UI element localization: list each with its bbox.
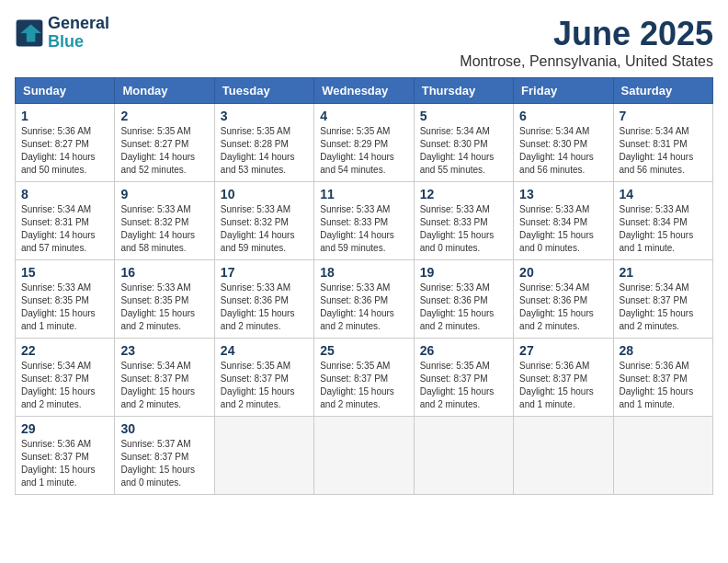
calendar-cell: 10Sunrise: 5:33 AM Sunset: 8:32 PM Dayli… [214, 182, 313, 260]
day-number: 10 [221, 187, 308, 201]
day-info: Sunrise: 5:33 AM Sunset: 8:36 PM Dayligh… [221, 282, 308, 333]
day-number: 11 [320, 187, 407, 201]
calendar-cell: 24Sunrise: 5:35 AM Sunset: 8:37 PM Dayli… [214, 339, 313, 417]
day-info: Sunrise: 5:35 AM Sunset: 8:37 PM Dayligh… [221, 360, 308, 411]
day-info: Sunrise: 5:33 AM Sunset: 8:34 PM Dayligh… [620, 203, 707, 255]
day-info: Sunrise: 5:35 AM Sunset: 8:27 PM Dayligh… [120, 125, 208, 177]
day-info: Sunrise: 5:35 AM Sunset: 8:37 PM Dayligh… [420, 360, 507, 411]
calendar-cell: 27Sunrise: 5:36 AM Sunset: 8:37 PM Dayli… [514, 339, 613, 417]
day-info: Sunrise: 5:34 AM Sunset: 8:37 PM Dayligh… [120, 360, 208, 411]
day-info: Sunrise: 5:33 AM Sunset: 8:36 PM Dayligh… [420, 282, 507, 333]
day-number: 14 [620, 187, 707, 201]
day-number: 5 [420, 109, 507, 123]
day-number: 25 [320, 343, 407, 358]
calendar-cell: 13Sunrise: 5:33 AM Sunset: 8:34 PM Dayli… [514, 182, 613, 260]
day-number: 7 [620, 109, 707, 123]
day-info: Sunrise: 5:36 AM Sunset: 8:37 PM Dayligh… [21, 438, 108, 489]
day-number: 20 [519, 265, 607, 280]
calendar-week-row: 8Sunrise: 5:34 AM Sunset: 8:31 PM Daylig… [16, 182, 713, 260]
day-info: Sunrise: 5:35 AM Sunset: 8:37 PM Dayligh… [320, 360, 407, 411]
day-info: Sunrise: 5:33 AM Sunset: 8:34 PM Dayligh… [519, 203, 607, 255]
page-header: General Blue June 2025 Montrose, Pennsyl… [15, 15, 713, 70]
day-number: 15 [21, 265, 108, 280]
weekday-header-saturday: Saturday [613, 78, 712, 104]
day-info: Sunrise: 5:37 AM Sunset: 8:37 PM Dayligh… [120, 438, 208, 489]
calendar-cell: 21Sunrise: 5:34 AM Sunset: 8:37 PM Dayli… [613, 260, 712, 339]
day-number: 1 [21, 109, 108, 123]
day-number: 23 [120, 343, 208, 358]
day-number: 13 [519, 187, 607, 201]
day-number: 9 [120, 187, 208, 201]
calendar-cell: 8Sunrise: 5:34 AM Sunset: 8:31 PM Daylig… [16, 182, 115, 260]
day-number: 24 [221, 343, 308, 358]
logo-icon [15, 18, 44, 48]
day-number: 16 [120, 265, 208, 280]
calendar-cell: 11Sunrise: 5:33 AM Sunset: 8:33 PM Dayli… [314, 182, 414, 260]
weekday-header-thursday: Thursday [414, 78, 513, 104]
logo-text: General Blue [48, 15, 109, 52]
day-number: 17 [221, 265, 308, 280]
day-info: Sunrise: 5:34 AM Sunset: 8:30 PM Dayligh… [519, 125, 607, 177]
day-info: Sunrise: 5:33 AM Sunset: 8:36 PM Dayligh… [320, 282, 407, 333]
day-number: 4 [320, 109, 407, 123]
calendar-cell [314, 417, 414, 495]
weekday-header-sunday: Sunday [16, 78, 115, 104]
calendar-cell [514, 417, 613, 495]
calendar-cell [214, 417, 313, 495]
calendar-week-row: 1Sunrise: 5:36 AM Sunset: 8:27 PM Daylig… [16, 104, 713, 182]
weekday-header-row: SundayMondayTuesdayWednesdayThursdayFrid… [16, 78, 713, 104]
day-number: 12 [420, 187, 507, 201]
day-info: Sunrise: 5:36 AM Sunset: 8:27 PM Dayligh… [21, 125, 108, 177]
day-info: Sunrise: 5:34 AM Sunset: 8:37 PM Dayligh… [21, 360, 108, 411]
day-number: 28 [620, 343, 707, 358]
day-number: 30 [120, 421, 208, 436]
weekday-header-monday: Monday [115, 78, 214, 104]
day-number: 22 [21, 343, 108, 358]
day-info: Sunrise: 5:33 AM Sunset: 8:32 PM Dayligh… [221, 203, 308, 255]
day-number: 18 [320, 265, 407, 280]
calendar-week-row: 15Sunrise: 5:33 AM Sunset: 8:35 PM Dayli… [16, 260, 713, 339]
day-info: Sunrise: 5:34 AM Sunset: 8:31 PM Dayligh… [620, 125, 707, 177]
calendar-cell: 25Sunrise: 5:35 AM Sunset: 8:37 PM Dayli… [314, 339, 414, 417]
logo-line1: General [48, 15, 109, 33]
day-number: 8 [21, 187, 108, 201]
calendar-cell: 17Sunrise: 5:33 AM Sunset: 8:36 PM Dayli… [214, 260, 313, 339]
day-number: 29 [21, 421, 108, 436]
day-number: 21 [620, 265, 707, 280]
calendar-cell: 15Sunrise: 5:33 AM Sunset: 8:35 PM Dayli… [16, 260, 115, 339]
calendar-cell: 5Sunrise: 5:34 AM Sunset: 8:30 PM Daylig… [414, 104, 513, 182]
day-info: Sunrise: 5:34 AM Sunset: 8:37 PM Dayligh… [620, 282, 707, 333]
calendar-cell: 6Sunrise: 5:34 AM Sunset: 8:30 PM Daylig… [514, 104, 613, 182]
day-number: 2 [120, 109, 208, 123]
day-info: Sunrise: 5:34 AM Sunset: 8:36 PM Dayligh… [519, 282, 607, 333]
calendar-cell: 12Sunrise: 5:33 AM Sunset: 8:33 PM Dayli… [414, 182, 513, 260]
day-number: 3 [221, 109, 308, 123]
calendar-cell: 3Sunrise: 5:35 AM Sunset: 8:28 PM Daylig… [214, 104, 313, 182]
day-info: Sunrise: 5:33 AM Sunset: 8:32 PM Dayligh… [120, 203, 208, 255]
calendar-cell: 9Sunrise: 5:33 AM Sunset: 8:32 PM Daylig… [115, 182, 214, 260]
calendar-cell: 14Sunrise: 5:33 AM Sunset: 8:34 PM Dayli… [613, 182, 712, 260]
calendar-cell: 23Sunrise: 5:34 AM Sunset: 8:37 PM Dayli… [115, 339, 214, 417]
calendar-cell: 1Sunrise: 5:36 AM Sunset: 8:27 PM Daylig… [16, 104, 115, 182]
day-info: Sunrise: 5:34 AM Sunset: 8:31 PM Dayligh… [21, 203, 108, 255]
day-info: Sunrise: 5:33 AM Sunset: 8:33 PM Dayligh… [320, 203, 407, 255]
weekday-header-wednesday: Wednesday [314, 78, 414, 104]
calendar-cell [613, 417, 712, 495]
day-number: 27 [519, 343, 607, 358]
day-info: Sunrise: 5:35 AM Sunset: 8:28 PM Dayligh… [221, 125, 308, 177]
calendar-cell: 7Sunrise: 5:34 AM Sunset: 8:31 PM Daylig… [613, 104, 712, 182]
weekday-header-friday: Friday [514, 78, 613, 104]
calendar-cell: 20Sunrise: 5:34 AM Sunset: 8:36 PM Dayli… [514, 260, 613, 339]
day-info: Sunrise: 5:33 AM Sunset: 8:35 PM Dayligh… [120, 282, 208, 333]
logo-line2: Blue [48, 33, 109, 52]
calendar-week-row: 22Sunrise: 5:34 AM Sunset: 8:37 PM Dayli… [16, 339, 713, 417]
day-info: Sunrise: 5:33 AM Sunset: 8:35 PM Dayligh… [21, 282, 108, 333]
day-info: Sunrise: 5:34 AM Sunset: 8:30 PM Dayligh… [420, 125, 507, 177]
calendar-cell: 26Sunrise: 5:35 AM Sunset: 8:37 PM Dayli… [414, 339, 513, 417]
day-number: 26 [420, 343, 507, 358]
day-number: 19 [420, 265, 507, 280]
day-number: 6 [519, 109, 607, 123]
title-area: June 2025 Montrose, Pennsylvania, United… [460, 15, 713, 70]
calendar-cell: 28Sunrise: 5:36 AM Sunset: 8:37 PM Dayli… [613, 339, 712, 417]
calendar-cell: 18Sunrise: 5:33 AM Sunset: 8:36 PM Dayli… [314, 260, 414, 339]
